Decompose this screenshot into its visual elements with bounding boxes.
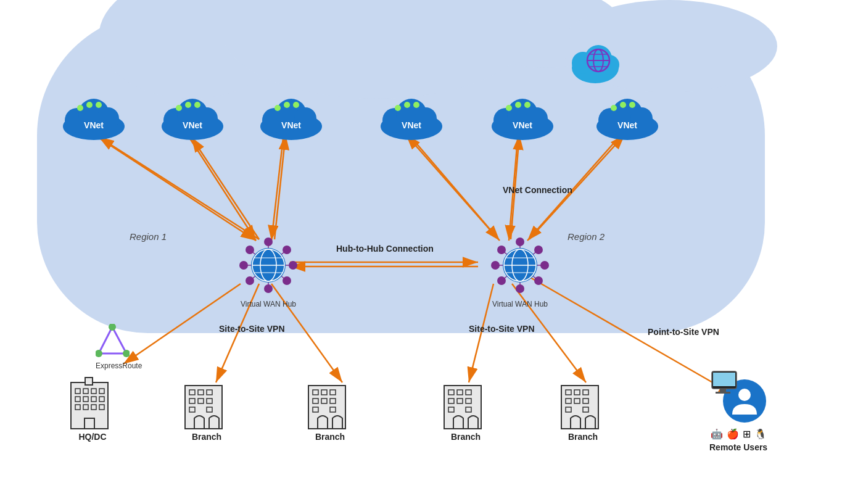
android-icon: 🤖 bbox=[711, 428, 723, 440]
windows-icon: ⊞ bbox=[743, 428, 751, 440]
site-to-site-vpn-1-label: Site-to-Site VPN bbox=[219, 324, 285, 334]
svg-text:VNet: VNet bbox=[84, 120, 104, 130]
vnet-connection-label: VNet Connection bbox=[503, 185, 572, 195]
os-icons: 🤖 🍎 ⊞ 🐧 bbox=[711, 428, 767, 440]
svg-text:VNet: VNet bbox=[617, 120, 637, 130]
branch-4-label: Branch bbox=[568, 432, 598, 442]
branch-1-label: Branch bbox=[192, 432, 221, 442]
branch-4-building: Branch bbox=[558, 376, 608, 442]
svg-point-139 bbox=[109, 324, 116, 331]
svg-text:VNet: VNet bbox=[402, 120, 421, 130]
remote-users-icon: 🤖 🍎 ⊞ 🐧 Remote Users bbox=[709, 370, 767, 452]
svg-text:VNet: VNet bbox=[513, 120, 532, 130]
svg-rect-137 bbox=[85, 378, 93, 385]
wan-hub-2: Virtual WAN Hub bbox=[489, 234, 551, 308]
svg-rect-123 bbox=[71, 382, 108, 429]
svg-point-60 bbox=[404, 102, 410, 108]
branch-2-building: Branch bbox=[305, 376, 355, 442]
svg-rect-182 bbox=[720, 389, 726, 392]
vnet-6: VNet bbox=[592, 93, 663, 144]
svg-point-45 bbox=[194, 102, 200, 108]
wan-hub-1: Virtual WAN Hub bbox=[237, 234, 299, 308]
region-1-label: Region 1 bbox=[130, 231, 167, 242]
azure-global-icon bbox=[568, 31, 623, 86]
hub-to-hub-label: Hub-to-Hub Connection bbox=[336, 244, 434, 254]
expressroute-icon: ExpressRoute bbox=[96, 324, 142, 370]
hqdc-building: HQ/DC bbox=[68, 376, 117, 442]
svg-marker-138 bbox=[99, 327, 126, 353]
vnet-3: VNet bbox=[256, 93, 327, 144]
wan-hub-2-label: Virtual WAN Hub bbox=[489, 300, 551, 308]
vnet-1: VNet bbox=[59, 93, 130, 144]
hqdc-label: HQ/DC bbox=[78, 432, 106, 442]
svg-point-51 bbox=[274, 105, 281, 111]
svg-point-77 bbox=[629, 102, 635, 108]
svg-point-53 bbox=[293, 102, 299, 108]
svg-point-76 bbox=[620, 102, 626, 108]
branch-2-label: Branch bbox=[315, 432, 345, 442]
svg-point-75 bbox=[611, 105, 617, 111]
apple-icon: 🍎 bbox=[727, 428, 739, 440]
svg-point-69 bbox=[524, 102, 530, 108]
vnet-5: VNet bbox=[487, 93, 558, 144]
diagram-container: VNet VNet VNet bbox=[0, 0, 842, 504]
wan-hub-1-label: Virtual WAN Hub bbox=[237, 300, 299, 308]
svg-rect-181 bbox=[713, 373, 735, 386]
svg-point-67 bbox=[506, 105, 512, 111]
svg-text:VNet: VNet bbox=[281, 120, 301, 130]
svg-rect-183 bbox=[716, 392, 730, 394]
point-to-site-vpn-label: Point-to-Site VPN bbox=[648, 327, 719, 337]
svg-point-59 bbox=[395, 105, 401, 111]
branch-1-building: Branch bbox=[182, 376, 231, 442]
vnet-4: VNet bbox=[376, 93, 447, 144]
svg-point-61 bbox=[413, 102, 419, 108]
expressroute-label: ExpressRoute bbox=[96, 361, 142, 370]
svg-point-141 bbox=[123, 350, 130, 357]
svg-point-43 bbox=[176, 105, 182, 111]
svg-point-35 bbox=[77, 105, 83, 111]
svg-point-36 bbox=[86, 102, 93, 108]
svg-point-140 bbox=[96, 350, 102, 357]
site-to-site-vpn-2-label: Site-to-Site VPN bbox=[469, 324, 535, 334]
svg-point-52 bbox=[284, 102, 290, 108]
svg-point-44 bbox=[185, 102, 191, 108]
vnet-2: VNet bbox=[157, 93, 228, 144]
svg-point-37 bbox=[96, 102, 102, 108]
branch-3-building: Branch bbox=[441, 376, 490, 442]
azure-cloud-background bbox=[37, 12, 765, 333]
branch-3-label: Branch bbox=[451, 432, 481, 442]
svg-text:VNet: VNet bbox=[183, 120, 202, 130]
region-2-label: Region 2 bbox=[568, 231, 605, 242]
remote-users-label: Remote Users bbox=[709, 442, 767, 452]
linux-icon: 🐧 bbox=[754, 428, 767, 440]
svg-point-68 bbox=[515, 102, 521, 108]
